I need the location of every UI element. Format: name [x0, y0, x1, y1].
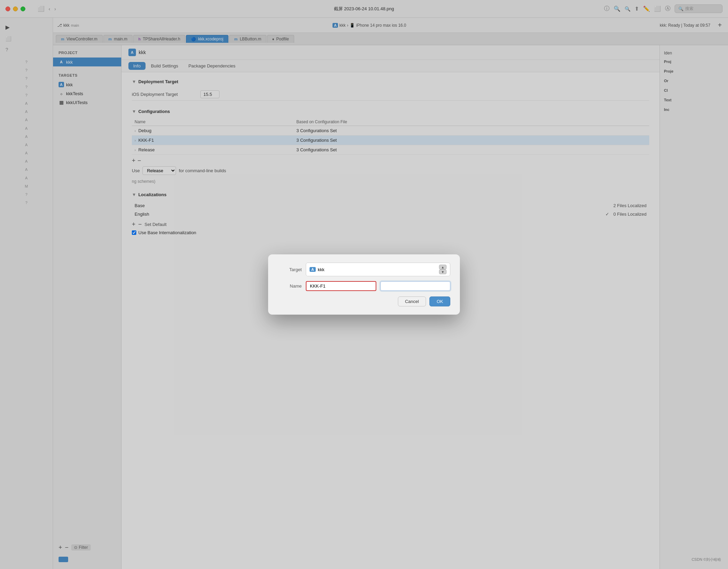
modal-target-icon: A: [310, 267, 316, 272]
modal-overlay: Target A kkk ▲ ▼ Name Cancel OK: [0, 0, 728, 569]
modal-dialog: Target A kkk ▲ ▼ Name Cancel OK: [268, 254, 460, 315]
modal-target-row: Target A kkk ▲ ▼: [278, 263, 450, 276]
modal-buttons: Cancel OK: [278, 296, 450, 306]
modal-name-row: Name: [278, 281, 450, 291]
modal-name-input-right[interactable]: [380, 281, 450, 291]
modal-stepper-down[interactable]: ▼: [439, 269, 447, 274]
ok-button[interactable]: OK: [429, 296, 450, 306]
modal-target-select[interactable]: A kkk ▲ ▼: [306, 263, 450, 276]
modal-target-value: kkk: [318, 267, 436, 272]
modal-stepper-up[interactable]: ▲: [439, 265, 447, 269]
cancel-button[interactable]: Cancel: [398, 296, 426, 306]
modal-name-input-left[interactable]: [306, 281, 376, 291]
modal-target-label: Target: [278, 267, 302, 272]
modal-name-label: Name: [278, 283, 302, 289]
